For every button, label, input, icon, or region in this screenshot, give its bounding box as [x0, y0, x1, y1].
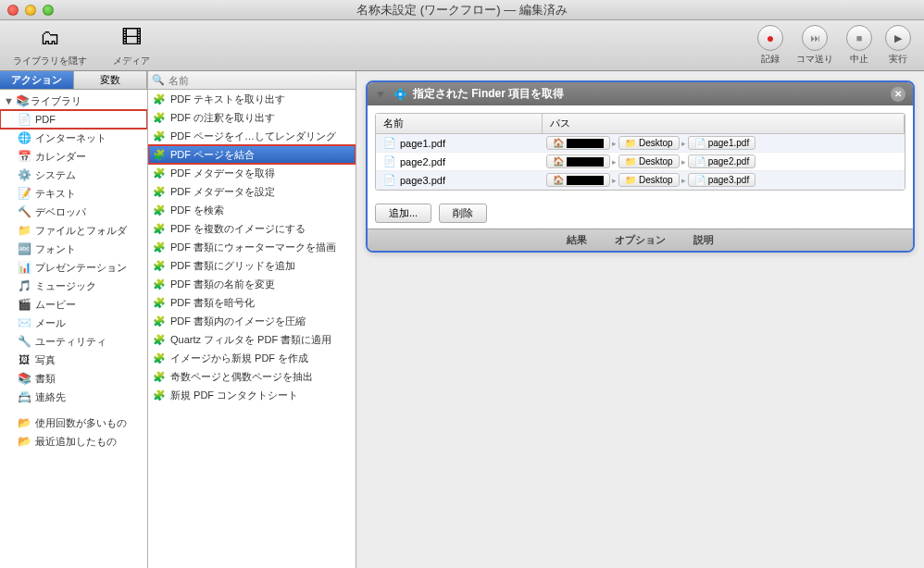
traffic-lights [7, 5, 54, 16]
sidebar-item[interactable]: 📇連絡先 [0, 388, 147, 406]
action-list-item[interactable]: 🧩PDF ページをイ…してレンダリング [148, 127, 356, 145]
path-file[interactable]: 📄page2.pdf [688, 154, 756, 168]
finder-items-action-card: ▼ 💠 指定された Finder 項目を取得 ✕ 名前 パス 📄page1.pd… [366, 80, 915, 253]
action-list-item[interactable]: 🧩イメージから新規 PDF を作成 [148, 349, 356, 367]
tab-variable[interactable]: 変数 [74, 71, 148, 89]
action-list-item[interactable]: 🧩PDF ページを結合 [148, 145, 356, 164]
table-body[interactable]: 📄page1.pdf🏠▸📁Desktop▸📄page1.pdf📄page2.pd… [376, 134, 905, 190]
window-title: 名称未設定 (ワークフロー) — 編集済み [356, 2, 568, 19]
folder-icon: 📁 [625, 175, 636, 185]
media-button[interactable]: 🎞 メディア [113, 23, 150, 68]
sidebar-item[interactable]: 📊プレゼンテーション [0, 258, 147, 277]
path-file[interactable]: 📄page3.pdf [688, 173, 756, 187]
action-list-item[interactable]: 🧩PDF 書類にグリッドを追加 [148, 256, 356, 275]
path-folder[interactable]: 📁Desktop [618, 154, 680, 168]
table-header: 名前 パス [376, 114, 905, 134]
sidebar-smart-item[interactable]: 📂最近追加したもの [0, 432, 147, 451]
action-list-item[interactable]: 🧩PDF を複数のイメージにする [148, 219, 356, 238]
path-home[interactable]: 🏠 [546, 173, 610, 187]
pdf-action-icon: 🧩 [152, 147, 167, 162]
sidebar-item[interactable]: 🎵ミュージック [0, 277, 147, 295]
close-window-button[interactable] [7, 5, 19, 16]
library-group[interactable]: ▼ 📚 ライブラリ [0, 92, 147, 110]
action-label: 奇数ページと偶数ページを抽出 [170, 370, 313, 384]
action-label: PDF テキストを取り出す [170, 93, 285, 106]
path-home[interactable]: 🏠 [546, 154, 610, 168]
footer-results[interactable]: 結果 [567, 233, 587, 247]
tab-action[interactable]: アクション [0, 71, 74, 89]
sidebar-item[interactable]: 📅カレンダー [0, 147, 147, 166]
step-button[interactable]: ⏭ コマ送り [796, 25, 833, 66]
action-list-item[interactable]: 🧩PDF の注釈を取り出す [148, 108, 356, 127]
sidebar-smart-item[interactable]: 📂使用回数が多いもの [0, 414, 147, 432]
card-disclosure-icon[interactable]: ▼ [375, 88, 386, 101]
sidebar-list[interactable]: ▼ 📚 ライブラリ 📄PDF🌐インターネット📅カレンダー⚙️システム📝テキスト🔨… [0, 90, 147, 568]
sidebar-item[interactable]: 📚書類 [0, 369, 147, 388]
sidebar-item[interactable]: 📄PDF [0, 110, 147, 129]
sidebar-item[interactable]: 🖼写真 [0, 351, 147, 369]
hide-library-button[interactable]: 🗂 ライブラリを隠す [13, 23, 87, 68]
table-row[interactable]: 📄page2.pdf🏠▸📁Desktop▸📄page2.pdf [376, 153, 905, 171]
action-list-item[interactable]: 🧩PDF テキストを取り出す [148, 90, 356, 108]
table-row[interactable]: 📄page1.pdf🏠▸📁Desktop▸📄page1.pdf [376, 134, 905, 153]
action-list-item[interactable]: 🧩PDF メタデータを設定 [148, 182, 356, 201]
card-body: 名前 パス 📄page1.pdf🏠▸📁Desktop▸📄page1.pdf📄pa… [368, 105, 913, 198]
action-list-item[interactable]: 🧩PDF 書類にウォーターマークを描画 [148, 238, 356, 256]
library-icon: 🗂 [35, 23, 65, 53]
sidebar-item-label: テキスト [35, 187, 76, 201]
sidebar-item[interactable]: 🎬ムービー [0, 295, 147, 314]
action-list-item[interactable]: 🧩新規 PDF コンタクトシート [148, 386, 356, 404]
action-list-item[interactable]: 🧩PDF を検索 [148, 201, 356, 219]
stop-button[interactable]: ■ 中止 [846, 25, 872, 66]
footer-options[interactable]: オプション [615, 233, 666, 247]
card-header[interactable]: ▼ 💠 指定された Finder 項目を取得 ✕ [368, 82, 913, 105]
footer-description[interactable]: 説明 [693, 233, 714, 247]
column-path[interactable]: パス [543, 114, 905, 133]
action-label: PDF メタデータを設定 [170, 185, 275, 199]
sidebar-item[interactable]: 🔧ユーティリティ [0, 332, 147, 351]
action-list-panel: 🔍 🧩PDF テキストを取り出す🧩PDF の注釈を取り出す🧩PDF ページをイ…… [148, 71, 356, 568]
workflow-canvas[interactable]: ▼ 💠 指定された Finder 項目を取得 ✕ 名前 パス 📄page1.pd… [356, 71, 924, 568]
sidebar-item-label: インターネット [35, 131, 106, 145]
action-list-item[interactable]: 🧩PDF メタデータを取得 [148, 164, 356, 182]
file-table: 名前 パス 📄page1.pdf🏠▸📁Desktop▸📄page1.pdf📄pa… [375, 113, 905, 191]
record-button[interactable]: ● 記録 [757, 25, 783, 66]
path-folder[interactable]: 📁Desktop [618, 136, 680, 150]
card-close-button[interactable]: ✕ [891, 87, 905, 102]
zoom-window-button[interactable] [43, 5, 54, 16]
media-icon: 🎞 [117, 23, 146, 53]
sidebar-item[interactable]: ✉️メール [0, 314, 147, 332]
sidebar-item[interactable]: 🌐インターネット [0, 129, 147, 147]
file-icon: 📄 [694, 175, 705, 185]
action-list-item[interactable]: 🧩PDF 書類の名前を変更 [148, 275, 356, 293]
remove-button[interactable]: 削除 [439, 204, 487, 223]
action-list-item[interactable]: 🧩PDF 書類内のイメージを圧縮 [148, 312, 356, 330]
pdf-action-icon: 🧩 [152, 295, 167, 310]
file-name: page1.pdf [400, 138, 445, 149]
run-button[interactable]: ▶ 実行 [885, 25, 911, 66]
pdf-action-icon: 🧩 [152, 351, 167, 365]
path-file[interactable]: 📄page1.pdf [688, 136, 756, 150]
action-list-item[interactable]: 🧩奇数ページと偶数ページを抽出 [148, 367, 356, 386]
add-button[interactable]: 追加... [375, 204, 431, 223]
table-row[interactable]: 📄page3.pdf🏠▸📁Desktop▸📄page3.pdf [376, 171, 905, 190]
action-list-item[interactable]: 🧩PDF 書類を暗号化 [148, 293, 356, 312]
disclosure-triangle-icon[interactable]: ▼ [4, 95, 14, 106]
action-list[interactable]: 🧩PDF テキストを取り出す🧩PDF の注釈を取り出す🧩PDF ページをイ…して… [148, 90, 356, 568]
column-name[interactable]: 名前 [376, 114, 543, 133]
pdf-action-icon: 🧩 [152, 221, 167, 236]
category-icon: 🖼 [17, 352, 31, 367]
sidebar-item-label: ミュージック [35, 279, 96, 293]
search-input[interactable] [165, 75, 352, 86]
sidebar-item[interactable]: 📝テキスト [0, 184, 147, 203]
path-folder[interactable]: 📁Desktop [618, 173, 680, 187]
sidebar-item[interactable]: 📁ファイルとフォルダ [0, 221, 147, 240]
action-label: PDF 書類の名前を変更 [170, 278, 275, 291]
sidebar-item[interactable]: 🔤フォント [0, 240, 147, 258]
sidebar-item[interactable]: ⚙️システム [0, 166, 147, 184]
action-list-item[interactable]: 🧩Quartz フィルタを PDF 書類に適用 [148, 330, 356, 349]
minimize-window-button[interactable] [25, 5, 36, 16]
path-home[interactable]: 🏠 [546, 136, 610, 150]
sidebar-item-label: 連絡先 [35, 390, 66, 404]
sidebar-item[interactable]: 🔨デベロッパ [0, 203, 147, 221]
